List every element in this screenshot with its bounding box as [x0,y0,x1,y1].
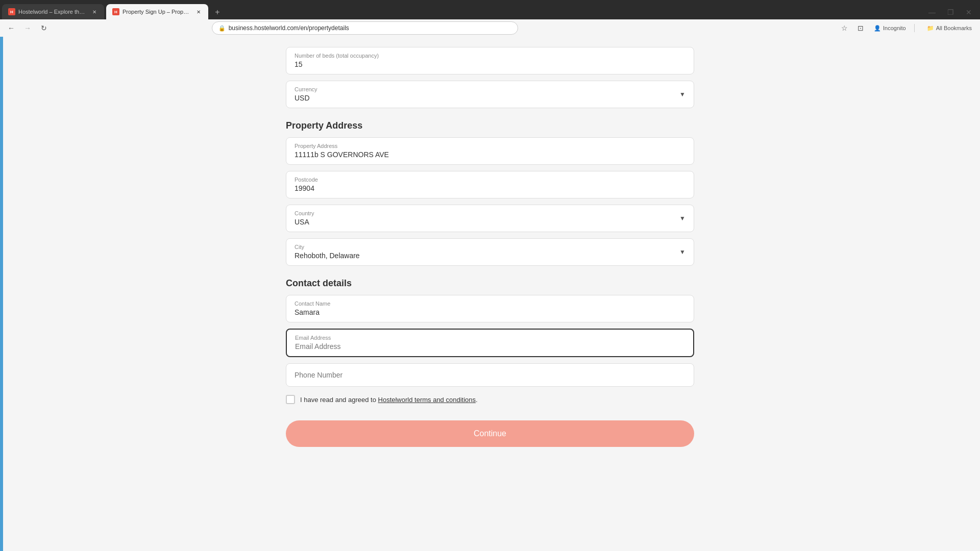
beds-label: Number of beds (total occupancy) [295,53,685,59]
tab-hostelworld[interactable]: H Hostelworld – Explore the worl... ✕ [2,4,104,19]
browser-chrome: H Hostelworld – Explore the worl... ✕ H … [0,0,980,37]
contact-name-value: Samara [295,308,320,316]
contact-name-label: Contact Name [295,300,685,307]
page-content: Number of beds (total occupancy) 15 Curr… [0,37,980,551]
lock-icon: 🔒 [218,25,226,32]
property-address-heading: Property Address [286,120,694,131]
tab-label-hostelworld: Hostelworld – Explore the worl... [18,9,88,15]
terms-suffix: . [476,396,478,404]
phone-number-field[interactable] [286,363,694,387]
left-accent-bar [0,37,3,551]
new-tab-button[interactable]: + [210,5,225,19]
close-button[interactable]: ✕ [962,5,976,19]
terms-prefix: I have read and agreed to [300,396,378,404]
contact-name-field[interactable]: Contact Name Samara [286,295,694,322]
property-address-field[interactable]: Property Address 11111b S GOVERNORS AVE [286,137,694,165]
form-container: Number of beds (total occupancy) 15 Curr… [286,37,694,551]
city-value: Rehoboth, Delaware [295,252,360,260]
beds-field[interactable]: Number of beds (total occupancy) 15 [286,47,694,74]
tab-property-signup[interactable]: H Property Sign Up – Property an... ✕ [106,4,208,19]
restore-button[interactable]: ❐ [943,5,958,19]
continue-button[interactable]: Continue [286,420,694,447]
tab-label-property: Property Sign Up – Property an... [122,9,192,15]
incognito-icon: 👤 [874,25,881,32]
bookmarks-area[interactable]: 📁 All Bookmarks [923,25,976,32]
bookmarks-folder-icon: 📁 [927,25,934,32]
contact-details-heading: Contact details [286,278,694,289]
property-address-value: 11111b S GOVERNORS AVE [295,151,389,159]
currency-value: USD [295,94,310,102]
bookmarks-label: All Bookmarks [936,25,972,31]
email-address-input[interactable] [295,342,685,350]
terms-checkbox[interactable] [286,395,295,404]
tab-favicon-property: H [112,8,119,15]
tab-close-property[interactable]: ✕ [195,8,202,15]
city-dropdown-arrow: ▼ [679,248,685,256]
email-address-label: Email Address [295,335,685,341]
back-button[interactable]: ← [4,21,18,35]
reload-button[interactable]: ↻ [37,21,51,35]
postcode-label: Postcode [295,177,685,183]
phone-number-input[interactable] [295,369,685,381]
address-bar-row: ← → ↻ 🔒 business.hostelworld.com/en/prop… [0,19,980,37]
tab-favicon-hostelworld: H [8,8,15,15]
incognito-label: Incognito [883,25,906,31]
terms-row: I have read and agreed to Hostelworld te… [286,395,694,404]
reader-mode-button[interactable]: ⊡ [853,21,868,35]
address-text: business.hostelworld.com/en/propertydeta… [229,24,349,32]
address-bar[interactable]: 🔒 business.hostelworld.com/en/propertyde… [212,21,518,35]
right-toolbar: ☆ ⊡ 👤 Incognito 📁 All Bookmarks [837,21,976,35]
property-address-label: Property Address [295,143,685,149]
currency-label: Currency [295,86,685,92]
country-value: USA [295,218,309,226]
city-label: City [295,244,685,250]
tab-close-hostelworld[interactable]: ✕ [91,8,98,15]
minimize-button[interactable]: — [925,5,939,19]
currency-field[interactable]: Currency USD ▼ [286,81,694,108]
country-dropdown-arrow: ▼ [679,215,685,222]
postcode-value: 19904 [295,184,314,192]
country-label: Country [295,210,685,216]
country-field[interactable]: Country USA ▼ [286,205,694,232]
email-address-field[interactable]: Email Address [286,329,694,357]
currency-dropdown-arrow: ▼ [679,91,685,98]
beds-value: 15 [295,60,303,68]
incognito-indicator: 👤 Incognito [870,23,910,34]
tab-bar: H Hostelworld – Explore the worl... ✕ H … [0,0,980,19]
forward-button[interactable]: → [20,21,35,35]
bookmark-star-button[interactable]: ☆ [837,21,851,35]
city-field[interactable]: City Rehoboth, Delaware ▼ [286,238,694,266]
terms-text: I have read and agreed to Hostelworld te… [300,396,478,404]
new-tab-icon: + [215,8,219,17]
postcode-field[interactable]: Postcode 19904 [286,171,694,198]
terms-link[interactable]: Hostelworld terms and conditions [378,396,476,404]
